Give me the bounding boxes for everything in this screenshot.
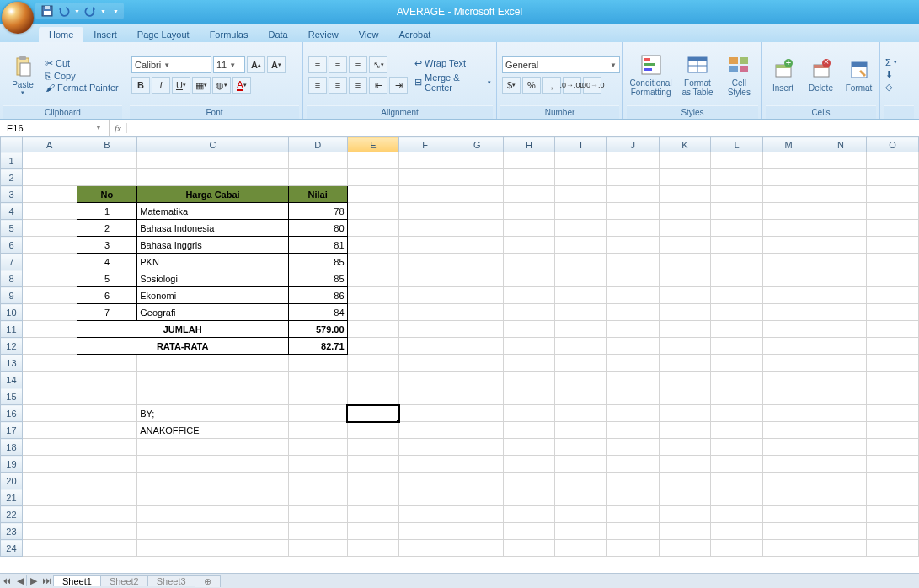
prev-sheet-button[interactable]: ◀ — [13, 575, 27, 586]
cell[interactable]: Sosiologi — [137, 270, 288, 287]
undo-dropdown-icon[interactable]: ▼ — [74, 8, 80, 14]
format-painter-button[interactable]: 🖌Format Painter — [45, 83, 119, 93]
align-bottom-button[interactable]: ≡ — [349, 56, 367, 73]
cell[interactable]: 86 — [288, 287, 347, 304]
col-header-M[interactable]: M — [762, 137, 815, 152]
redo-icon[interactable] — [83, 4, 97, 18]
tab-home[interactable]: Home — [39, 27, 83, 42]
border-button[interactable]: ▦▾ — [192, 77, 211, 94]
worksheet-grid[interactable]: A B C D E F G H I J K L M N O 1 2 3NoHar… — [0, 136, 919, 557]
qat-customize-icon[interactable]: ▼ — [113, 8, 119, 14]
select-all-corner[interactable] — [1, 137, 23, 152]
align-center-button[interactable]: ≡ — [329, 77, 347, 94]
increase-indent-button[interactable]: ⇥ — [389, 77, 408, 94]
last-sheet-button[interactable]: ⏭ — [40, 575, 54, 586]
cell[interactable]: Nilai — [288, 186, 347, 203]
formula-input[interactable] — [127, 123, 919, 133]
cell[interactable]: 4 — [77, 254, 137, 270]
tab-page-layout[interactable]: Page Layout — [127, 27, 200, 42]
row-header[interactable]: 8 — [1, 270, 23, 287]
cell[interactable]: ANAKOFFICE — [137, 422, 288, 439]
col-header-G[interactable]: G — [451, 137, 503, 152]
row-header[interactable]: 21 — [1, 489, 23, 506]
sheet-tab-1[interactable]: Sheet1 — [53, 575, 101, 586]
cell-styles-button[interactable]: Cell Styles — [720, 45, 758, 105]
row-header[interactable]: 10 — [1, 304, 23, 321]
underline-button[interactable]: U▾ — [172, 77, 190, 94]
row-header[interactable]: 13 — [1, 355, 23, 372]
cell[interactable]: Harga Cabai — [137, 186, 288, 203]
col-header-O[interactable]: O — [867, 137, 919, 152]
currency-button[interactable]: $▾ — [502, 77, 521, 94]
row-header[interactable]: 18 — [1, 439, 23, 456]
font-name-combo[interactable]: Calibri▼ — [131, 56, 211, 73]
row-header[interactable]: 6 — [1, 237, 23, 254]
row-header[interactable]: 14 — [1, 372, 23, 388]
insert-cells-button[interactable]: +Insert — [766, 45, 800, 105]
tab-insert[interactable]: Insert — [83, 27, 127, 42]
cell[interactable]: 80 — [288, 220, 347, 237]
copy-button[interactable]: ⎘Copy — [45, 71, 119, 81]
conditional-formatting-button[interactable]: Conditional Formatting — [627, 45, 675, 105]
cell[interactable]: 579.00 — [288, 321, 347, 338]
row-header[interactable]: 9 — [1, 287, 23, 304]
cut-button[interactable]: ✂Cut — [45, 58, 119, 69]
font-color-button[interactable]: A▾ — [232, 77, 251, 94]
selected-cell[interactable] — [347, 405, 399, 422]
cell[interactable]: 85 — [288, 270, 347, 287]
grow-font-button[interactable]: A▴ — [247, 56, 265, 73]
cell[interactable]: 2 — [77, 220, 137, 237]
row-header[interactable]: 16 — [1, 405, 23, 422]
col-header-B[interactable]: B — [77, 137, 137, 152]
row-header[interactable]: 4 — [1, 203, 23, 220]
cell[interactable]: 6 — [77, 287, 137, 304]
row-header[interactable]: 5 — [1, 220, 23, 237]
italic-button[interactable]: I — [152, 77, 170, 94]
col-header-D[interactable]: D — [288, 137, 347, 152]
fill-color-button[interactable]: ◍▾ — [212, 77, 231, 94]
tab-data[interactable]: Data — [258, 27, 297, 42]
row-header[interactable]: 7 — [1, 254, 23, 270]
format-as-table-button[interactable]: Format as Table — [678, 45, 716, 105]
tab-view[interactable]: View — [349, 27, 389, 42]
save-icon[interactable] — [40, 4, 54, 18]
align-middle-button[interactable]: ≡ — [329, 56, 347, 73]
cell[interactable]: Geografi — [137, 304, 288, 321]
new-sheet-button[interactable]: ⊕ — [195, 575, 221, 587]
delete-cells-button[interactable]: ×Delete — [804, 45, 838, 105]
fx-icon[interactable]: fx — [110, 123, 127, 133]
col-header-J[interactable]: J — [606, 137, 659, 152]
col-header-H[interactable]: H — [503, 137, 555, 152]
row-header[interactable]: 20 — [1, 473, 23, 489]
col-header-K[interactable]: K — [659, 137, 711, 152]
fill-button[interactable]: ⬇ — [885, 69, 912, 80]
cell[interactable]: 7 — [77, 304, 137, 321]
cell[interactable]: RATA-RATA — [77, 338, 288, 355]
cell[interactable]: Bahasa Inggris — [137, 237, 288, 254]
cell[interactable]: 84 — [288, 304, 347, 321]
row-header[interactable]: 17 — [1, 422, 23, 439]
row-header[interactable]: 24 — [1, 540, 23, 557]
cell[interactable]: 3 — [77, 237, 137, 254]
increase-decimal-button[interactable]: .0→.00 — [563, 77, 581, 94]
undo-icon[interactable] — [57, 4, 71, 18]
office-orb-button[interactable] — [2, 2, 34, 34]
cell[interactable]: Matematika — [137, 203, 288, 220]
col-header-E[interactable]: E — [347, 137, 399, 152]
format-cells-button[interactable]: Format — [842, 45, 876, 105]
bold-button[interactable]: B — [131, 77, 150, 94]
cell[interactable]: BY; — [137, 405, 288, 422]
number-format-combo[interactable]: General▼ — [502, 56, 620, 73]
col-header-I[interactable]: I — [555, 137, 607, 152]
tab-review[interactable]: Review — [298, 27, 349, 42]
name-box[interactable]: E16▼ — [0, 120, 110, 136]
shrink-font-button[interactable]: A▾ — [267, 56, 286, 73]
cell[interactable]: Ekonomi — [137, 287, 288, 304]
autosum-button[interactable]: Σ▾ — [885, 57, 912, 67]
row-header[interactable]: 23 — [1, 523, 23, 540]
cell[interactable]: 1 — [77, 203, 137, 220]
first-sheet-button[interactable]: ⏮ — [0, 575, 13, 586]
cell[interactable]: 82.71 — [288, 338, 347, 355]
col-header-C[interactable]: C — [137, 137, 288, 152]
cell[interactable]: PKN — [137, 254, 288, 270]
